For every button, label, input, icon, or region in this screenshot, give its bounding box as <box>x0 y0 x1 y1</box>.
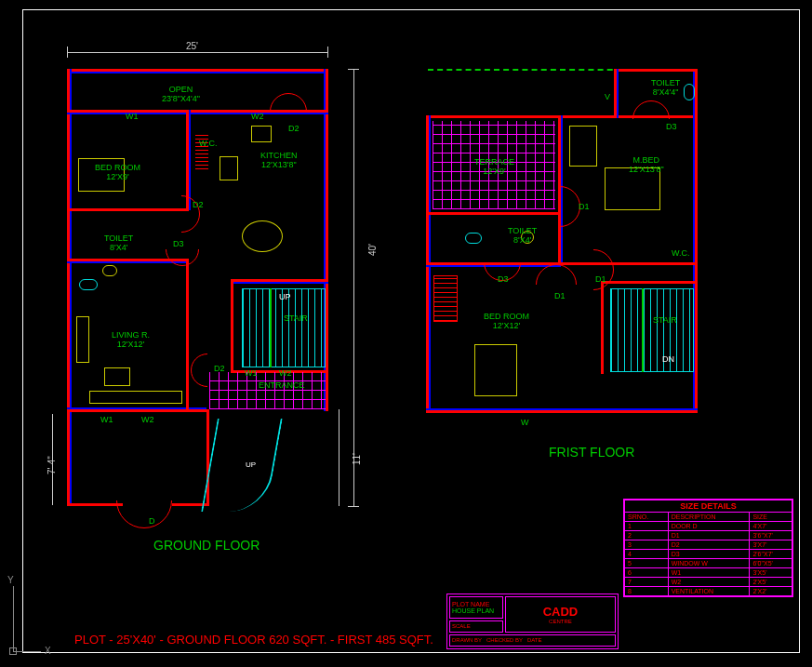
w2-gf: W2 <box>251 113 264 122</box>
wc-steps-ff <box>433 275 458 322</box>
wall <box>67 113 328 114</box>
wc-ff <box>465 233 482 244</box>
label-stair-ff: STAIR <box>653 316 677 326</box>
door-arc <box>166 233 199 266</box>
d3a-ff: D3 <box>666 123 677 132</box>
stove <box>220 156 238 180</box>
label-entrance: ENTRANCE <box>259 381 305 391</box>
d1b-ff: D1 <box>554 292 566 301</box>
label-open: OPEN 23'8"X4'4" <box>162 86 200 104</box>
tb-sub: CENTRE <box>508 619 613 624</box>
size-title: SIZE DETAILS <box>625 500 792 513</box>
label-mbed: M.BED 12'X13'8" <box>629 156 664 175</box>
wall <box>70 69 72 506</box>
label-up2: UP <box>246 461 256 470</box>
col-srno: SRNO. <box>625 513 669 522</box>
label-wc-gf: W.C. <box>199 140 218 149</box>
cad-canvas: OPEN 23'8"X4'4" BED ROOM 12'X9' W.C. KIT… <box>0 0 812 667</box>
title-block: PLOT NAME HOUSE PLAN CADD CENTRE SCALE D… <box>446 594 619 649</box>
w1b-gf: W1 <box>100 416 113 425</box>
door-arc <box>573 249 614 290</box>
sofa-long <box>89 391 182 404</box>
dim-74: 7'-4" <box>47 456 57 474</box>
label-toilet-gf: TOILET 8'X4' <box>104 234 133 253</box>
basin <box>102 265 117 276</box>
wc-hatch <box>195 132 208 169</box>
driveway <box>201 419 283 512</box>
label-dn: DN <box>662 355 674 365</box>
label-living: LIVING R. 12'X12' <box>112 331 150 350</box>
wall <box>67 72 328 73</box>
wall <box>67 208 189 211</box>
bed-ff <box>474 344 517 396</box>
tv-unit <box>104 367 130 386</box>
wall <box>189 110 191 210</box>
wall <box>601 281 604 374</box>
ground-floor-title: GROUND FLOOR <box>153 538 260 553</box>
dim-right <box>353 69 354 506</box>
wall <box>558 262 698 265</box>
d1c-ff: D1 <box>595 275 606 285</box>
d1a-ff: D1 <box>579 203 590 212</box>
ucs-x-axis <box>13 651 41 652</box>
door-arc <box>632 100 670 138</box>
ucs-origin-icon <box>9 647 17 655</box>
ucs-x-label: X <box>45 646 51 656</box>
label-up: UP <box>279 293 291 302</box>
entrance-hatch <box>209 372 326 409</box>
door-arc-main <box>116 473 172 528</box>
label-bedroom-ff: BED ROOM 12'X12' <box>484 313 529 331</box>
wall <box>695 69 698 413</box>
stair-rail-ff <box>642 288 644 372</box>
dim-top <box>67 52 328 53</box>
w1-gf: W1 <box>126 113 139 122</box>
label-v: V <box>605 93 610 102</box>
wall <box>186 259 189 412</box>
dim-tick <box>348 506 359 507</box>
wall <box>426 408 698 410</box>
w2c-gf: W2 <box>279 369 292 379</box>
label-kitchen: KITCHEN 12'X13'8" <box>260 152 298 170</box>
tb-houseplan: HOUSE PLAN <box>452 607 500 614</box>
w-ff: W <box>521 419 529 428</box>
wall <box>601 281 698 284</box>
stair-ff <box>610 288 694 372</box>
col-size: SIZE <box>750 513 792 522</box>
d3b-ff: D3 <box>498 275 509 285</box>
wall <box>426 212 561 215</box>
d2-gf: D2 <box>288 125 300 134</box>
wall <box>617 69 619 118</box>
tb-plotname: PLOT NAME <box>452 601 500 607</box>
d-gf: D <box>149 517 155 527</box>
stair-rail <box>270 288 272 367</box>
dim-tick <box>67 47 68 58</box>
label-wc-ff: W.C. <box>672 249 690 259</box>
label-terrace: TERRACE 12'X9' <box>474 158 514 177</box>
wall <box>326 69 328 411</box>
dim-40: 40' <box>367 244 378 256</box>
label-bedroom-gf: BED ROOM 12'X9' <box>95 164 140 182</box>
dim-25: 25' <box>186 41 198 51</box>
sofa-side <box>76 316 89 363</box>
tb-company: CADD <box>508 605 613 619</box>
ucs-y-axis <box>13 586 14 651</box>
dim-11: 11' <box>352 453 362 465</box>
plot-summary: PLOT - 25'X40' - GROUND FLOOR 620 SQFT. … <box>74 633 433 647</box>
ucs-y-label: Y <box>7 575 14 585</box>
wall <box>231 279 233 372</box>
wall <box>426 410 698 413</box>
wc-top <box>684 84 695 100</box>
first-floor-title: FRIST FLOOR <box>549 445 634 460</box>
dim-ent <box>339 409 339 506</box>
size-details-table: SIZE DETAILS SRNO. DESCRIPTION SIZE 1DOO… <box>623 499 793 597</box>
sink <box>251 126 272 142</box>
wall <box>67 503 123 506</box>
dining-table <box>242 220 283 252</box>
w1c-gf: W1 <box>245 369 258 379</box>
d2c-gf: D2 <box>214 365 225 374</box>
wc-fixture <box>79 279 98 290</box>
label-toilet-ff-top: TOILET 8'X4'4" <box>651 79 680 98</box>
wardrobe <box>569 126 597 167</box>
w2b-gf: W2 <box>141 416 154 425</box>
label-stair-gf: STAIR <box>284 314 308 324</box>
